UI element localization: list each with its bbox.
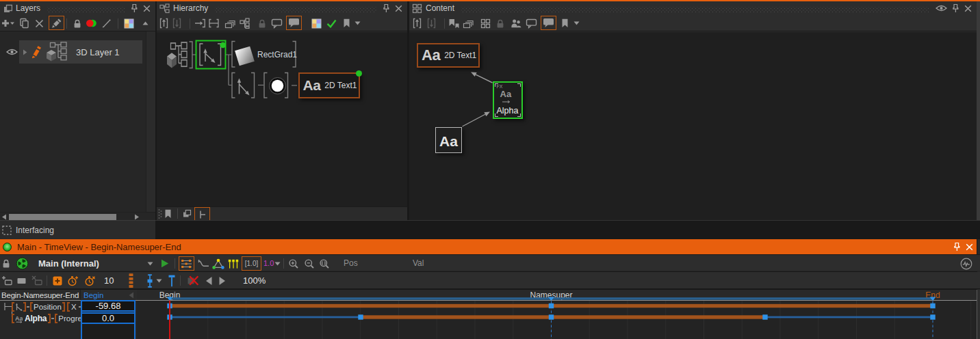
lock-button[interactable] xyxy=(1,258,11,269)
content-close-icon[interactable] xyxy=(964,5,972,12)
people-button[interactable] xyxy=(511,18,521,29)
add-rect-button[interactable] xyxy=(1,275,12,286)
hierarchy-drag-texture[interactable] xyxy=(215,7,376,13)
tri-left-button[interactable] xyxy=(205,276,213,286)
slider-blue-button[interactable] xyxy=(146,274,153,288)
column-collapse-icon[interactable] xyxy=(128,292,134,299)
keyframe[interactable] xyxy=(930,303,935,308)
value-cell-alpha[interactable]: 0.0 xyxy=(81,312,136,324)
h-bracket-button[interactable] xyxy=(208,18,220,28)
pins-view-button[interactable] xyxy=(227,258,240,269)
track-row-alpha[interactable]: AaAlphaProgres xyxy=(12,313,81,324)
layers-close-icon[interactable] xyxy=(143,5,151,12)
zoom-out-button[interactable] xyxy=(304,258,315,269)
stopwatch-plus-button[interactable] xyxy=(67,275,79,286)
hierarchy-panel-header[interactable]: Hierarchy xyxy=(157,1,407,15)
palette-button[interactable] xyxy=(124,18,134,29)
layers-panel-header[interactable]: Layers xyxy=(0,1,155,15)
keyframe[interactable] xyxy=(358,314,363,319)
swf-badge-button[interactable] xyxy=(16,257,29,270)
export-up-button[interactable] xyxy=(413,18,422,29)
alpha-effect-node-selected[interactable]: FXAaAlpha xyxy=(493,81,523,119)
import-down-button[interactable] xyxy=(427,18,436,29)
timeview-titlebar[interactable]: Main - TimeView - Begin-Namesuper-End xyxy=(0,239,977,254)
active-clip-name[interactable]: Main (Internal) xyxy=(38,258,99,268)
dope-sheet-button[interactable] xyxy=(179,256,194,271)
rectgrad-node-label[interactable]: RectGrad1 xyxy=(257,50,297,59)
comment-button[interactable] xyxy=(271,18,283,29)
page-corner-button[interactable] xyxy=(182,209,192,218)
keyframe[interactable] xyxy=(930,314,935,319)
bookmark-button[interactable] xyxy=(343,18,350,28)
dots-orange-button[interactable] xyxy=(129,273,133,288)
value-cell-position-x[interactable]: -59.68 xyxy=(81,300,136,312)
content-pin-icon[interactable] xyxy=(952,3,959,13)
sub-tree-button[interactable] xyxy=(240,18,250,29)
lock-button[interactable] xyxy=(257,18,267,29)
keyframe[interactable] xyxy=(549,314,554,319)
speed-box[interactable]: [1.0] xyxy=(242,256,261,271)
mute-red-button[interactable] xyxy=(187,275,199,286)
delete-layer-button[interactable] xyxy=(35,19,44,28)
content-2d-text-node-selected[interactable]: Aa2D Text1 xyxy=(417,43,480,68)
tpin-blue-button[interactable] xyxy=(168,275,175,287)
caret-down-button[interactable] xyxy=(354,21,361,25)
timeline-zoom-level[interactable]: 100% xyxy=(243,275,266,286)
comment-filled-button[interactable] xyxy=(286,16,302,30)
curve-view-button[interactable] xyxy=(198,258,209,269)
tri-right-button[interactable] xyxy=(218,276,227,286)
content-drag-texture[interactable] xyxy=(461,7,929,13)
zoom-fit-button[interactable] xyxy=(319,258,330,269)
layer-row-3d-layer-1[interactable]: 3D Layer 1 xyxy=(19,40,142,64)
track-row-position-x[interactable]: PositionX xyxy=(12,301,81,312)
hold-segment[interactable] xyxy=(170,316,361,318)
insert-bracket-button[interactable] xyxy=(194,18,206,28)
caret-down-button[interactable] xyxy=(156,279,162,283)
flag-pair-button[interactable] xyxy=(448,18,460,29)
color-toggle-button[interactable] xyxy=(86,18,97,28)
hierarchy-node-canvas[interactable]: RectGrad1Aa2D Text1 xyxy=(157,32,407,206)
triangle-view-button[interactable] xyxy=(212,258,224,269)
content-eye-icon[interactable] xyxy=(936,4,947,12)
content-node-canvas[interactable]: Aa2D Text1FXAaAlphaAa xyxy=(409,32,977,220)
bookmark-button[interactable] xyxy=(164,209,172,219)
caret-down-button[interactable] xyxy=(147,262,153,266)
del-rect-button[interactable] xyxy=(31,275,42,286)
layers-vscrollbar[interactable] xyxy=(146,31,155,212)
layers-pin-icon[interactable] xyxy=(131,3,138,13)
palette-button[interactable] xyxy=(311,18,322,29)
track-tick-button[interactable] xyxy=(194,207,210,221)
layer-name[interactable]: 3D Layer 1 xyxy=(76,47,120,57)
hscroll-left-arrow-icon[interactable] xyxy=(1,214,7,220)
rectgrad-node-thumbnail[interactable] xyxy=(235,46,255,66)
wave-circle-button[interactable] xyxy=(960,258,972,270)
text-source-node[interactable]: Aa xyxy=(435,127,462,153)
timeview-pin-icon[interactable] xyxy=(953,242,961,252)
plus-square-button[interactable] xyxy=(53,276,62,286)
hold-segment[interactable] xyxy=(765,316,933,318)
keyframe[interactable] xyxy=(549,303,554,308)
tween-segment[interactable] xyxy=(361,315,765,318)
caret-down-button[interactable] xyxy=(274,262,281,266)
content-panel-header[interactable]: Content xyxy=(409,1,977,15)
rect-solid-button[interactable] xyxy=(16,277,27,285)
hscroll-right-arrow-icon[interactable] xyxy=(134,214,140,220)
comment-filled-button[interactable] xyxy=(541,16,556,30)
duplicate-layer-button[interactable] xyxy=(19,18,29,29)
keyframe[interactable] xyxy=(762,314,767,319)
hierarchy-pin-icon[interactable] xyxy=(383,3,390,13)
stopwatch-x-button[interactable] xyxy=(84,275,96,286)
hscroll-thumb[interactable] xyxy=(9,214,116,220)
lock-button[interactable] xyxy=(73,18,82,29)
caret-down-button[interactable] xyxy=(573,21,580,25)
layer-expand-icon[interactable] xyxy=(23,49,27,55)
bookmark-button[interactable] xyxy=(561,18,569,28)
rename-pencil-button[interactable] xyxy=(49,16,64,30)
collapse-up-button[interactable] xyxy=(142,21,149,25)
2d-text-node-selected[interactable]: Aa2D Text1 xyxy=(298,72,360,98)
layer-visibility-eye-icon[interactable] xyxy=(6,48,18,56)
interfacing-tab[interactable]: Interfacing xyxy=(0,220,155,239)
play-button[interactable] xyxy=(161,259,169,268)
stack-copy-button[interactable] xyxy=(224,18,235,29)
lock-button[interactable] xyxy=(495,18,505,29)
